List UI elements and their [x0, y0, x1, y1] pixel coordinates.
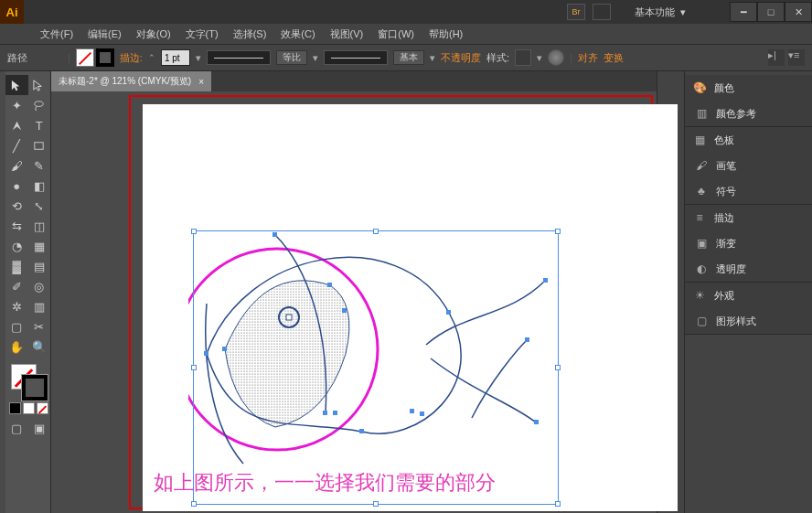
annotation-caption: 如上图所示，一一选择我们需要的部分	[154, 469, 496, 497]
eraser-tool[interactable]: ◧	[28, 176, 51, 196]
style-label: 样式:	[486, 51, 509, 65]
lines-icon: ≡	[692, 211, 707, 224]
app-icon: Ai	[0, 0, 24, 24]
gradient-tool[interactable]: ▤	[28, 256, 51, 276]
sun-icon: ☀	[692, 289, 707, 302]
svg-point-0	[35, 101, 43, 106]
workspace-label: 基本功能	[635, 5, 675, 19]
maximize-button[interactable]: □	[757, 2, 785, 22]
stroke-weight-input[interactable]	[161, 49, 190, 66]
panel-swatches[interactable]: ▦色板	[685, 127, 812, 153]
stroke-color[interactable]	[22, 375, 48, 401]
type-tool[interactable]: T	[28, 115, 51, 135]
symbol-sprayer-tool[interactable]: ✲	[5, 296, 28, 316]
panel-color-guide[interactable]: ▥颜色参考	[685, 101, 812, 126]
context-label: 路径	[7, 51, 62, 65]
graph-tool[interactable]: ▥	[28, 296, 51, 316]
tool-panel: ✦ T ╱ 🖌✎ ●◧ ⟲⤡ ⇆◫ ◔▦ ▓▤ ✐◎ ✲▥ ▢✂ ✋🔍 ▢▣	[5, 71, 51, 513]
document-tab-bar: 未标题-2* @ 121% (CMYK/预览) ×	[51, 71, 657, 91]
selection-bounds[interactable]	[193, 230, 559, 505]
options-bar: 路径 | 描边: ⌃ ▾ 等比 ▾ 基本 ▾ 不透明度 样式: ▾ | 对齐 变…	[0, 44, 812, 71]
lasso-tool[interactable]	[28, 95, 51, 115]
palette-icon: 🎨	[692, 81, 707, 94]
color-mode-normal[interactable]	[9, 402, 21, 414]
eyedropper-tool[interactable]: ✐	[5, 276, 28, 296]
pencil-tool[interactable]: ✎	[28, 155, 51, 176]
perspective-tool[interactable]: ▦	[28, 236, 51, 256]
gradient-icon: ▣	[694, 237, 709, 250]
line-tool[interactable]: ╱	[5, 135, 28, 155]
grid-icon: ▦	[692, 134, 707, 146]
mesh-tool[interactable]: ▓	[5, 256, 28, 276]
brush-preview[interactable]	[324, 50, 388, 65]
blob-brush-tool[interactable]: ●	[5, 176, 28, 196]
menu-object[interactable]: 对象(O)	[129, 27, 178, 41]
menu-file[interactable]: 文件(F)	[33, 27, 80, 41]
color-mode-none[interactable]	[37, 402, 48, 414]
shape-builder-tool[interactable]: ◔	[5, 236, 28, 256]
canvas[interactable]: 如上图所示，一一选择我们需要的部分	[51, 91, 657, 513]
recolor-icon[interactable]	[548, 49, 564, 66]
menu-help[interactable]: 帮助(H)	[422, 27, 470, 41]
menu-view[interactable]: 视图(V)	[323, 27, 371, 41]
direct-selection-tool[interactable]	[28, 75, 51, 95]
menu-window[interactable]: 窗口(W)	[370, 27, 422, 41]
align-link[interactable]: 对齐	[578, 51, 598, 65]
rotate-tool[interactable]: ⟲	[5, 196, 28, 216]
panel-dock: 🎨颜色 ▥颜色参考 ▦色板 🖌画笔 ♣符号 ≡描边 ▣渐变 ◐透明度 ☀外观 ▢…	[684, 71, 812, 513]
panel-color[interactable]: 🎨颜色	[685, 75, 812, 101]
slice-tool[interactable]: ✂	[28, 316, 51, 337]
menu-type[interactable]: 文字(T)	[178, 27, 226, 41]
circle-icon: ◐	[694, 262, 709, 275]
close-tab-icon[interactable]: ×	[198, 77, 204, 87]
minimize-button[interactable]: ━	[730, 2, 757, 22]
panel-menu-icon[interactable]: ▾≡	[788, 49, 805, 66]
close-button[interactable]: ✕	[785, 2, 812, 22]
magic-wand-tool[interactable]: ✦	[5, 95, 28, 115]
selection-tool[interactable]	[5, 75, 28, 95]
pen-tool[interactable]	[5, 115, 28, 135]
rectangle-tool[interactable]	[28, 135, 51, 155]
width-tool[interactable]: ⇆	[5, 216, 28, 236]
screen-mode-normal[interactable]: ▢	[5, 418, 28, 438]
transform-link[interactable]: 变换	[604, 51, 624, 65]
fill-swatch[interactable]	[76, 48, 94, 67]
scale-tool[interactable]: ⤡	[28, 196, 51, 216]
document-tab[interactable]: 未标题-2* @ 121% (CMYK/预览) ×	[51, 71, 211, 91]
panel-gradient[interactable]: ▣渐变	[685, 230, 812, 256]
brush-icon: 🖌	[694, 159, 709, 172]
svg-rect-1	[35, 142, 43, 149]
menu-effect[interactable]: 效果(C)	[273, 27, 322, 41]
menu-edit[interactable]: 编辑(E)	[80, 27, 129, 41]
stroke-label: 描边:	[120, 51, 143, 65]
swatch-icon: ▥	[694, 107, 709, 120]
color-control[interactable]	[5, 360, 50, 401]
style-swatch[interactable]	[515, 49, 531, 66]
panel-appearance[interactable]: ☀外观	[685, 283, 812, 308]
brush-tool[interactable]: 🖌	[5, 155, 28, 176]
artboard-tool[interactable]: ▢	[5, 316, 28, 337]
color-mode-gradient[interactable]	[23, 402, 35, 414]
menu-select[interactable]: 选择(S)	[226, 27, 274, 41]
hand-tool[interactable]: ✋	[5, 337, 28, 357]
zoom-tool[interactable]: 🔍	[28, 337, 51, 357]
profile-preview[interactable]	[207, 50, 271, 65]
panel-toggle-icon[interactable]: ▸|	[768, 49, 785, 66]
brush-dropdown[interactable]: 基本	[393, 50, 424, 65]
arrange-docs-icon[interactable]	[593, 4, 611, 20]
opacity-label[interactable]: 不透明度	[441, 51, 481, 65]
panel-symbols[interactable]: ♣符号	[685, 178, 812, 204]
clover-icon: ♣	[694, 185, 709, 198]
panel-transparency[interactable]: ◐透明度	[685, 256, 812, 282]
box-icon: ▢	[694, 315, 709, 327]
bridge-icon[interactable]: Br	[567, 4, 585, 20]
panel-graphic-styles[interactable]: ▢图形样式	[685, 308, 812, 334]
free-transform-tool[interactable]: ◫	[28, 216, 51, 236]
panel-brushes[interactable]: 🖌画笔	[685, 153, 812, 178]
workspace-switcher[interactable]: 基本功能 ▾	[618, 5, 702, 19]
panel-stroke[interactable]: ≡描边	[685, 205, 812, 230]
stroke-swatch[interactable]	[96, 48, 114, 67]
profile-dropdown[interactable]: 等比	[276, 50, 307, 65]
screen-mode-full[interactable]: ▣	[28, 418, 51, 438]
blend-tool[interactable]: ◎	[28, 276, 51, 296]
